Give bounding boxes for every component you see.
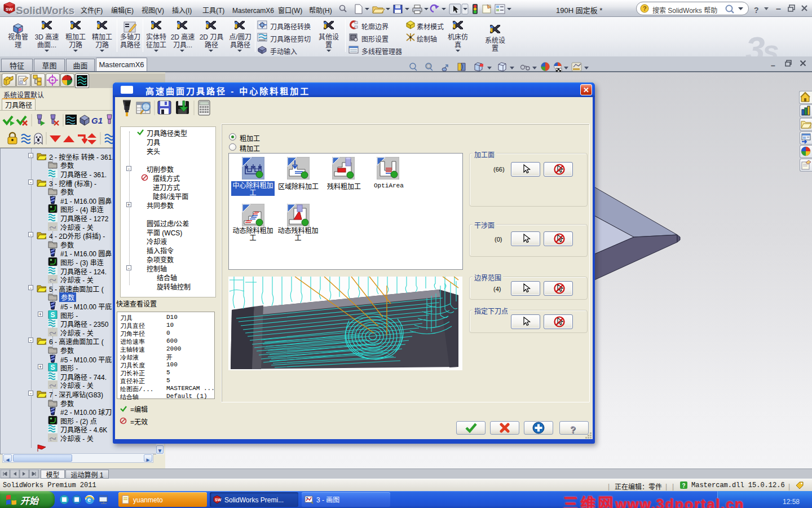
- svg-text:?: ?: [682, 481, 686, 489]
- svg-text:SW: SW: [6, 6, 13, 12]
- svg-text:SW: SW: [215, 497, 222, 502]
- svg-text:e: e: [87, 494, 91, 503]
- svg-text:?: ?: [643, 4, 647, 12]
- svg-text:G1: G1: [91, 114, 103, 126]
